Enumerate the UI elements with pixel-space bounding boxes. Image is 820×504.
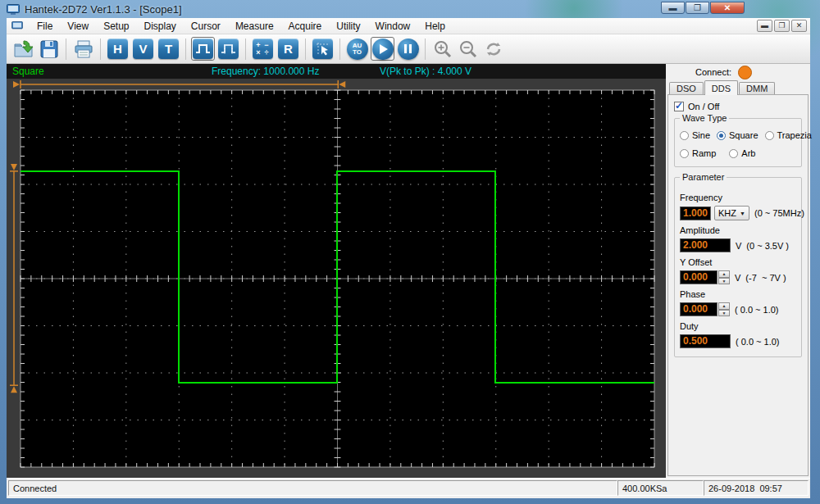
tab-dmm[interactable]: DMM — [739, 82, 775, 94]
window-frame: Hantek-2D72 Ver1.1.3 - [Scope1] ▬ ❐ ✕ Fi… — [0, 0, 820, 504]
menu-file[interactable]: File — [30, 18, 60, 34]
print-icon — [74, 40, 93, 58]
tab-dso[interactable]: DSO — [669, 82, 704, 94]
close-button[interactable]: ✕ — [710, 2, 745, 14]
phase-input[interactable]: 0.000 — [680, 302, 718, 316]
vertical-button[interactable]: V — [131, 37, 155, 61]
menu-window[interactable]: Window — [368, 18, 418, 34]
frequency-label: Frequency — [680, 193, 798, 202]
single-waveform-button[interactable] — [191, 37, 215, 61]
vpkpk-readout: V(Pk to Pk) : 4.000 V — [380, 66, 472, 77]
toolbar-separator — [245, 39, 246, 60]
menu-bar: File View Setup Display Cursor Measure A… — [7, 18, 810, 34]
sample-rate: 400.00KSa — [617, 480, 704, 496]
frequency-unit-value: KHZ — [718, 208, 736, 218]
menu-setup[interactable]: Setup — [96, 18, 136, 34]
panel-tabs: DSO DDS DMM — [666, 80, 810, 94]
frequency-readout: Frequency: 1000.000 Hz — [212, 66, 319, 77]
phase-up-button[interactable]: ▲ — [718, 302, 730, 310]
scope-child-icon — [11, 21, 23, 30]
refresh-arrows-icon — [484, 39, 503, 59]
scope-display[interactable] — [7, 79, 666, 478]
radio-arb-label: Arb — [741, 148, 755, 158]
parameter-title: Parameter — [680, 172, 727, 182]
frequency-unit-select[interactable]: KHZ ▼ — [714, 206, 749, 220]
toolbar: H V T — [7, 34, 810, 64]
menu-help[interactable]: Help — [417, 18, 453, 34]
minimize-button[interactable]: ▬ — [661, 2, 685, 14]
auto-icon: AUTO — [347, 39, 368, 60]
radio-arb[interactable] — [729, 149, 738, 158]
tab-dds[interactable]: DDS — [704, 80, 738, 95]
radio-trapezia[interactable] — [765, 131, 774, 140]
duty-input[interactable]: 0.500 — [680, 334, 731, 348]
run-button[interactable] — [371, 37, 394, 61]
toolbar-separator — [66, 39, 66, 60]
auto-button[interactable]: AUTO — [345, 37, 369, 61]
phase-label: Phase — [680, 289, 798, 299]
save-button[interactable] — [37, 37, 61, 61]
multi-waveform-button[interactable] — [216, 37, 240, 61]
app-icon — [7, 4, 20, 15]
radio-ramp[interactable] — [680, 149, 689, 158]
refresh-button[interactable] — [481, 37, 505, 61]
connect-label: Connect: — [695, 67, 731, 77]
wave-type-readout: Square — [12, 66, 44, 77]
radio-square[interactable] — [717, 131, 726, 140]
menu-view[interactable]: View — [60, 18, 96, 34]
math-icon: + − × ÷ — [253, 39, 273, 59]
toolbar-separator — [185, 39, 186, 60]
menu-measure[interactable]: Measure — [228, 18, 281, 34]
zoom-in-icon — [433, 39, 453, 59]
math-button[interactable]: + − × ÷ — [251, 37, 275, 61]
status-bar: Connected 400.00KSa 26-09-2018 09:57 — [7, 478, 810, 498]
pause-button[interactable] — [396, 37, 420, 61]
svg-text:×: × — [256, 48, 260, 57]
print-button[interactable] — [71, 37, 95, 61]
zoom-out-icon — [458, 39, 478, 59]
reference-button[interactable]: R — [276, 37, 300, 61]
maximize-button[interactable]: ❐ — [686, 2, 709, 14]
dds-tab-page: On / Off Wave Type Sine Square Trapezia — [667, 94, 809, 476]
menu-display[interactable]: Display — [137, 18, 184, 34]
y-offset-down-button[interactable]: ▼ — [718, 278, 730, 285]
radio-square-label: Square — [729, 130, 758, 140]
radio-sine-label: Sine — [692, 130, 710, 140]
y-offset-label: Y Offset — [680, 257, 798, 267]
zoom-in-button[interactable] — [430, 37, 454, 61]
horizontal-button[interactable]: H — [106, 37, 130, 61]
on-off-checkbox[interactable] — [674, 102, 684, 111]
toolbar-separator — [425, 39, 426, 60]
frequency-input[interactable]: 1.000 — [680, 207, 711, 220]
cursor-measure-button[interactable] — [311, 37, 335, 61]
cursor-icon — [312, 39, 333, 59]
datetime: 26-09-2018 09:57 — [704, 480, 809, 496]
pulse-dotted-icon — [218, 39, 239, 59]
amplitude-input[interactable]: 2.000 — [680, 238, 731, 252]
zoom-out-button[interactable] — [456, 37, 480, 61]
parameter-group: Parameter Frequency 1.000 KHZ ▼ (0 ~ 75M… — [674, 177, 802, 357]
connect-status-indicator — [738, 66, 752, 79]
toolbar-separator — [339, 39, 340, 60]
child-minimize-button[interactable]: ▬ — [757, 20, 772, 32]
amplitude-range: (0 ~ 3.5V ) — [746, 241, 789, 251]
y-offset-up-button[interactable]: ▲ — [718, 270, 730, 278]
on-off-label: On / Off — [688, 102, 719, 111]
child-restore-button[interactable]: ❐ — [774, 20, 790, 32]
trigger-button[interactable]: T — [157, 37, 180, 61]
reference-icon: R — [278, 39, 298, 59]
menu-cursor[interactable]: Cursor — [184, 18, 228, 34]
duty-range: ( 0.0 ~ 1.0) — [736, 337, 780, 347]
open-button[interactable] — [11, 37, 35, 61]
wave-type-title: Wave Type — [680, 113, 729, 123]
chevron-down-icon: ▼ — [736, 211, 749, 216]
y-offset-range: (-7 ~ 7V ) — [745, 273, 786, 283]
menu-acquire[interactable]: Acquire — [281, 18, 330, 34]
child-close-button[interactable]: ✕ — [791, 20, 807, 32]
radio-sine[interactable] — [680, 131, 689, 140]
radio-trapezia-label: Trapezia — [777, 130, 812, 140]
y-offset-input[interactable]: 0.000 — [680, 270, 718, 284]
menu-utility[interactable]: Utility — [329, 18, 367, 34]
window-title: Hantek-2D72 Ver1.1.3 - [Scope1] — [25, 3, 182, 16]
phase-down-button[interactable]: ▼ — [718, 310, 730, 317]
